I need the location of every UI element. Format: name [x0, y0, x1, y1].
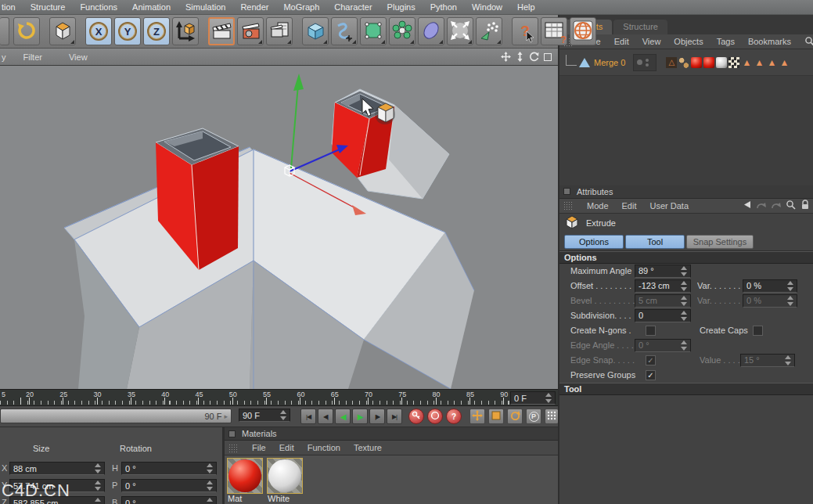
add-subdivision-surface-button[interactable] [360, 17, 387, 45]
selection-tag-icon[interactable]: ▲ [741, 57, 752, 68]
next-frame-button[interactable]: |▶ [369, 409, 385, 424]
material-red-swatch[interactable] [227, 458, 263, 494]
menu-item-render[interactable]: Render [240, 2, 268, 12]
texture-tag-red-icon[interactable] [691, 57, 702, 68]
scene-tools-button[interactable] [447, 17, 473, 45]
add-array-button[interactable] [389, 17, 415, 45]
viewport-menu-view[interactable]: View [69, 52, 88, 62]
record-scale-button[interactable] [488, 409, 504, 424]
tab-tool[interactable]: Tool [625, 235, 685, 249]
add-primitive-button[interactable] [302, 17, 329, 45]
content-browser-button[interactable]: ? [541, 17, 567, 45]
tab-structure[interactable]: Structure [613, 20, 667, 34]
create-ngons-checkbox[interactable] [646, 326, 656, 336]
attributes-menu-mode[interactable]: Mode [587, 201, 609, 211]
selection-tag-icon[interactable]: ▲ [766, 57, 777, 68]
keyframe-selection-button[interactable] [427, 409, 443, 424]
menu-item-partial[interactable]: tion [2, 2, 16, 12]
record-position-button[interactable] [469, 409, 485, 424]
attributes-title-bar[interactable]: Attributes [559, 185, 813, 199]
end-frame-stepper[interactable] [545, 393, 552, 403]
add-particles-button[interactable] [476, 17, 502, 45]
material-item[interactable]: White [267, 458, 304, 504]
active-tool-button[interactable] [49, 17, 76, 45]
create-caps-checkbox[interactable] [753, 326, 763, 336]
subdivision-field[interactable]: 0 [635, 309, 691, 322]
add-deformer-button[interactable] [418, 17, 444, 45]
objects-menu-bookmarks[interactable]: Bookmarks [748, 37, 791, 46]
autokey-button[interactable] [408, 409, 424, 424]
objects-menu-tags[interactable]: Tags [717, 37, 735, 46]
viewport-menu-filter[interactable]: Filter [23, 52, 42, 62]
objects-menu-objects[interactable]: Objects [674, 37, 703, 46]
points-tag-icon[interactable] [678, 57, 689, 68]
rotation-b-field[interactable]: 0 ° [121, 496, 217, 504]
3d-viewport[interactable] [0, 66, 558, 389]
coordinate-system-button[interactable] [172, 17, 199, 45]
record-parameter-button[interactable]: P [526, 409, 541, 424]
menu-item-functions[interactable]: Functions [80, 2, 117, 12]
texture-tag-white-icon[interactable] [716, 57, 727, 68]
phong-tag-icon[interactable]: △ [666, 57, 677, 68]
globe-button[interactable] [570, 17, 596, 45]
history-back-icon[interactable] [743, 200, 751, 211]
help-button[interactable]: ? [512, 17, 538, 45]
attributes-menu-edit[interactable]: Edit [622, 201, 637, 211]
rotation-p-field[interactable]: 0 ° [121, 479, 217, 492]
materials-menu-file[interactable]: File [252, 443, 266, 452]
tab-options[interactable]: Options [564, 235, 624, 249]
grip-icon[interactable] [228, 444, 239, 452]
rotation-h-field[interactable]: 0 ° [121, 462, 217, 475]
timeline-ruler[interactable]: 5 202530354045505560657075808590 0 F [0, 389, 558, 406]
size-x-field[interactable]: 88 cm [9, 462, 105, 475]
current-frame-field[interactable]: 90 F [239, 409, 290, 422]
options-section-header[interactable]: Options [559, 251, 813, 264]
attributes-menu-userdata[interactable]: User Data [650, 201, 689, 211]
materials-menu-function[interactable]: Function [308, 443, 340, 452]
viewport-maximize-icon[interactable] [542, 52, 553, 63]
current-frame-stepper[interactable] [279, 410, 286, 420]
viewport-pan-icon[interactable] [500, 52, 511, 63]
menu-item-character[interactable]: Character [334, 2, 372, 12]
visibility-toggles[interactable] [633, 54, 657, 71]
timeline-power-slider[interactable]: 90 F ▸ [0, 409, 232, 423]
selection-tag-icon[interactable]: ▲ [754, 57, 764, 68]
menu-item-plugins[interactable]: Plugins [387, 2, 415, 12]
materials-menu-edit[interactable]: Edit [279, 443, 294, 452]
play-backward-button[interactable]: ◀ [335, 409, 351, 424]
offset-var-field[interactable]: 0 % [743, 279, 797, 293]
material-name[interactable]: White [267, 494, 304, 503]
previous-frame-button[interactable]: ◀| [318, 409, 333, 424]
menu-item-animation[interactable]: Animation [132, 2, 171, 12]
menu-item-python[interactable]: Python [430, 2, 457, 12]
autokey-help-button[interactable]: ? [446, 409, 462, 424]
add-spline-button[interactable] [331, 17, 358, 45]
render-queue-button[interactable] [266, 17, 293, 45]
goto-start-button[interactable]: |◀ [300, 409, 316, 424]
z-axis-lock-button[interactable]: Z [143, 17, 170, 45]
toolbar-partial-button[interactable] [0, 17, 9, 45]
goto-end-button[interactable]: ▶| [387, 409, 402, 424]
tab-snap-settings[interactable]: Snap Settings [686, 235, 754, 249]
objects-menu-edit[interactable]: Edit [614, 37, 629, 46]
menu-item-mograph[interactable]: MoGraph [283, 2, 319, 12]
undo-button[interactable] [13, 17, 40, 45]
objects-menu-view[interactable]: View [642, 37, 661, 46]
viewport-rotate-icon[interactable] [528, 52, 539, 63]
materials-title-bar[interactable]: Materials [225, 427, 558, 441]
viewport-zoom-icon[interactable] [514, 52, 525, 63]
search-icon[interactable] [786, 200, 796, 211]
record-pla-button[interactable] [545, 409, 558, 424]
uvw-tag-icon[interactable] [728, 57, 739, 68]
render-settings-button[interactable] [237, 17, 264, 45]
y-axis-lock-button[interactable]: Y [114, 17, 141, 45]
end-frame-field[interactable]: 0 F [510, 391, 556, 405]
menu-item-window[interactable]: Window [472, 2, 502, 12]
x-axis-lock-button[interactable]: X [85, 17, 112, 45]
record-rotation-button[interactable] [507, 409, 523, 424]
tool-section-header[interactable]: Tool [559, 383, 813, 395]
grip-icon[interactable] [563, 201, 574, 210]
viewport-menu-partial[interactable]: y [2, 52, 6, 62]
object-tree-empty-area[interactable] [559, 76, 813, 185]
materials-menu-texture[interactable]: Texture [354, 443, 382, 452]
